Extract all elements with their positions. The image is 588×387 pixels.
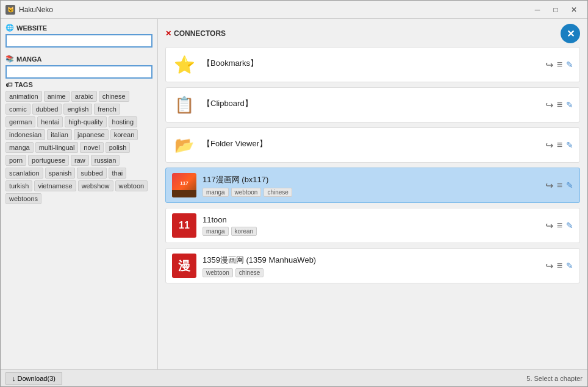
connector-name: 【Folder Viewer】 bbox=[203, 138, 545, 149]
connector-tag-manga: manga bbox=[203, 227, 229, 236]
tag-hentai[interactable]: hentai bbox=[37, 116, 63, 127]
connector-card-1359manhua[interactable]: 漫 1359漫画网 (1359 ManhuaWeb) webtoonchines… bbox=[165, 248, 580, 283]
tag-russian[interactable]: russian bbox=[91, 155, 120, 166]
connector-card-folder-viewer[interactable]: 📂 【Folder Viewer】 ↪ ≡ ✎ bbox=[165, 127, 580, 163]
tag-arabic[interactable]: arabic bbox=[71, 91, 97, 102]
tag-webshow[interactable]: webshow bbox=[78, 180, 113, 191]
11toon-logo-icon: 11 bbox=[172, 213, 196, 238]
clipboard-icon: 📋 bbox=[172, 93, 196, 117]
connector-actions: ↪ ≡ ✎ bbox=[545, 260, 573, 272]
bookmark-action-icon[interactable]: ↪ bbox=[545, 260, 553, 272]
connector-tag-chinese: chinese bbox=[264, 188, 292, 197]
connector-info: 【Bookmarks】 bbox=[203, 58, 545, 71]
edit-action-icon[interactable]: ✎ bbox=[566, 140, 573, 150]
connector-name: 11toon bbox=[203, 215, 545, 224]
bookmark-action-icon[interactable]: ↪ bbox=[545, 59, 553, 71]
tag-hosting[interactable]: hosting bbox=[109, 116, 137, 127]
tag-spanish[interactable]: spanish bbox=[45, 168, 76, 179]
list-action-icon[interactable]: ≡ bbox=[557, 260, 562, 271]
tag-english[interactable]: english bbox=[63, 104, 92, 115]
connector-tags: webtoonchinese bbox=[203, 268, 545, 277]
bottom-bar: ↓ Download(3) 5. Select a chapter bbox=[1, 369, 587, 386]
tag-comic[interactable]: comic bbox=[5, 104, 30, 115]
sidebar: 🌐 WEBSITE 📚 MANGA 🏷 TAGS animationanimea… bbox=[1, 19, 158, 369]
connector-actions: ↪ ≡ ✎ bbox=[545, 220, 573, 232]
star-icon: ⭐ bbox=[172, 52, 196, 77]
tag-subbed[interactable]: subbed bbox=[77, 168, 106, 179]
connector-tags: mangakorean bbox=[203, 227, 545, 236]
tag-italian[interactable]: italian bbox=[47, 129, 72, 140]
tag-german[interactable]: german bbox=[5, 116, 35, 127]
list-action-icon[interactable]: ≡ bbox=[557, 99, 562, 110]
connectors-close-icon: ✕ bbox=[165, 29, 171, 38]
connector-actions: ↪ ≡ ✎ bbox=[545, 99, 573, 111]
edit-action-icon[interactable]: ✎ bbox=[566, 261, 573, 271]
tag-vietnamese[interactable]: vietnamese bbox=[34, 180, 76, 191]
website-search-input[interactable] bbox=[5, 34, 152, 48]
tag-japanese[interactable]: japanese bbox=[74, 129, 109, 140]
list-action-icon[interactable]: ≡ bbox=[557, 140, 562, 151]
connector-tag-korean: korean bbox=[231, 227, 257, 236]
1359-logo-icon: 漫 bbox=[172, 254, 196, 278]
connector-info: 1359漫画网 (1359 ManhuaWeb) webtoonchinese bbox=[203, 255, 545, 277]
connector-card-117manga[interactable]: 117 117漫画网 (bx117) mangawebtoonchinese ↪… bbox=[165, 168, 580, 203]
tag-korean[interactable]: korean bbox=[110, 129, 138, 140]
connector-tag-chinese: chinese bbox=[235, 268, 264, 277]
connector-name: 【Bookmarks】 bbox=[203, 58, 545, 69]
minimize-button[interactable]: ─ bbox=[529, 4, 546, 16]
tag-portuguese[interactable]: portuguese bbox=[28, 155, 69, 166]
tag-turkish[interactable]: turkish bbox=[5, 180, 32, 191]
edit-action-icon[interactable]: ✎ bbox=[566, 60, 573, 69]
connectors-header: ✕ CONNECTORS ✕ bbox=[158, 19, 587, 47]
connector-card-clipboard[interactable]: 📋 【Clipboard】 ↪ ≡ ✎ bbox=[165, 87, 580, 122]
tag-thai[interactable]: thai bbox=[109, 168, 127, 179]
connector-name: 1359漫画网 (1359 ManhuaWeb) bbox=[203, 255, 545, 266]
edit-action-icon[interactable]: ✎ bbox=[566, 180, 573, 190]
bookmark-action-icon[interactable]: ↪ bbox=[545, 140, 553, 151]
close-circle-button[interactable]: ✕ bbox=[561, 24, 580, 43]
tag-novel[interactable]: novel bbox=[80, 142, 103, 153]
website-section-title: 🌐 WEBSITE bbox=[5, 24, 152, 32]
list-action-icon[interactable]: ≡ bbox=[557, 220, 562, 231]
bookmark-action-icon[interactable]: ↪ bbox=[545, 180, 553, 191]
tag-chinese[interactable]: chinese bbox=[99, 91, 129, 102]
close-button[interactable]: ✕ bbox=[565, 4, 583, 16]
bookmark-action-icon[interactable]: ↪ bbox=[545, 220, 553, 232]
bookmark-action-icon[interactable]: ↪ bbox=[545, 99, 553, 111]
connector-card-11toon[interactable]: 11 11toon mangakorean ↪ ≡ ✎ bbox=[165, 208, 580, 243]
tag-manga[interactable]: manga bbox=[5, 142, 34, 153]
connectors-title: ✕ CONNECTORS bbox=[165, 29, 226, 38]
connector-card-bookmarks[interactable]: ⭐ 【Bookmarks】 ↪ ≡ ✎ bbox=[165, 47, 580, 82]
connector-actions: ↪ ≡ ✎ bbox=[545, 180, 573, 191]
titlebar: 🐱 HakuNeko ─ □ ✕ bbox=[1, 1, 587, 19]
app-title: HakuNeko bbox=[19, 5, 529, 14]
tag-animation[interactable]: animation bbox=[5, 91, 42, 102]
tags-section: 🏷 TAGS animationanimearabicchinesecomicd… bbox=[5, 81, 152, 364]
tag-anime[interactable]: anime bbox=[44, 91, 70, 102]
edit-action-icon[interactable]: ✎ bbox=[566, 221, 573, 230]
tag-scanlation[interactable]: scanlation bbox=[5, 168, 43, 179]
edit-action-icon[interactable]: ✎ bbox=[566, 100, 573, 110]
tag-multi-lingual[interactable]: multi-lingual bbox=[35, 142, 79, 153]
tag-raw[interactable]: raw bbox=[71, 155, 89, 166]
list-action-icon[interactable]: ≡ bbox=[557, 59, 562, 70]
maximize-button[interactable]: □ bbox=[547, 4, 564, 16]
connector-tag-webtoon: webtoon bbox=[203, 268, 233, 277]
list-action-icon[interactable]: ≡ bbox=[557, 180, 562, 191]
folder-icon: 📂 bbox=[172, 133, 196, 157]
tag-porn[interactable]: porn bbox=[5, 155, 26, 166]
manga-search-input[interactable] bbox=[5, 65, 152, 79]
tag-polish[interactable]: polish bbox=[106, 142, 131, 153]
tag-high-quality[interactable]: high-quality bbox=[65, 116, 106, 127]
tag-french[interactable]: french bbox=[94, 104, 120, 115]
download-button[interactable]: ↓ Download(3) bbox=[5, 372, 62, 385]
tag-indonesian[interactable]: indonesian bbox=[5, 129, 45, 140]
connector-tag-webtoon: webtoon bbox=[231, 188, 262, 197]
website-icon: 🌐 bbox=[5, 24, 14, 32]
connector-info: 11toon mangakorean bbox=[203, 215, 545, 236]
tag-dubbed[interactable]: dubbed bbox=[32, 104, 62, 115]
tag-webtoons[interactable]: webtoons bbox=[5, 193, 41, 204]
tags-section-title: 🏷 TAGS bbox=[5, 81, 152, 88]
tag-webtoon[interactable]: webtoon bbox=[115, 180, 148, 191]
window-controls: ─ □ ✕ bbox=[529, 4, 583, 16]
